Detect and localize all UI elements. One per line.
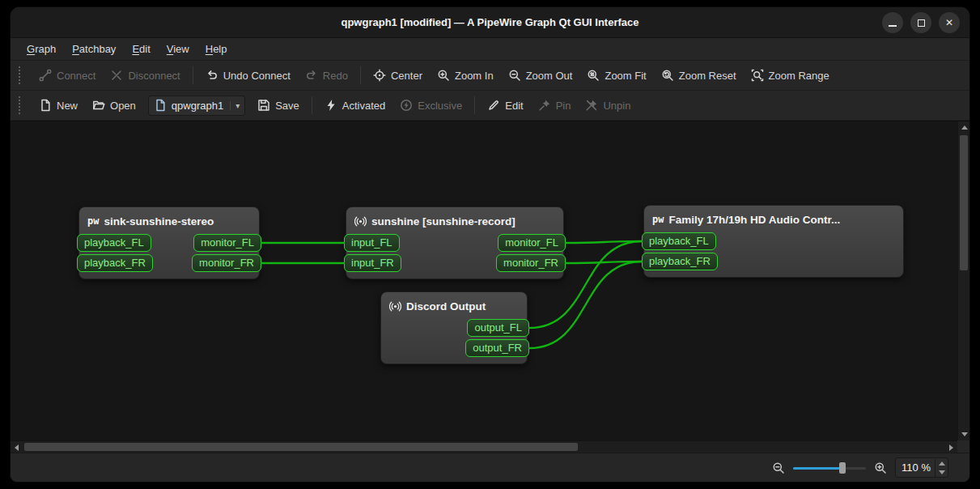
zoom-in-mini-icon[interactable] [874,461,887,474]
port-monitor_FL[interactable]: monitor_FL [498,234,566,252]
toolbar-handle[interactable] [19,66,25,84]
triangle-down-icon [939,470,945,474]
window-controls: ✕ [882,12,960,33]
vertical-scrollbar[interactable] [957,121,969,440]
menu-item-edit[interactable]: Edit [124,40,158,58]
zoom-reset-icon [661,69,674,82]
center-button[interactable]: Center [366,65,430,86]
node-title: Family 17h/19h HD Audio Contr... [668,213,840,227]
window-title: qpwgraph1 [modified] — A PipeWire Graph … [11,7,969,38]
status-bar: 110 % [11,453,969,482]
pipewire-icon: pw [87,215,99,228]
triangle-right-icon [949,444,953,451]
new-button[interactable]: New [32,95,85,116]
zoom-slider-handle[interactable] [839,462,846,474]
zoom-out-button[interactable]: Zoom Out [501,65,580,86]
title-bar[interactable]: qpwgraph1 [modified] — A PipeWire Graph … [11,7,969,38]
scroll-left-arrow[interactable] [11,441,23,453]
scroll-right-arrow[interactable] [945,441,957,453]
vertical-scroll-handle[interactable] [960,135,968,270]
port-playback_FL[interactable]: playback_FL [77,234,151,252]
pin-button[interactable]: Pin [531,95,579,116]
pin-icon [538,99,551,112]
exclusive-button[interactable]: Exclusive [392,95,469,116]
node-header: pwsink-sunshine-stereo [79,207,259,234]
triangle-up-icon [939,461,945,466]
node-title: sunshine [sunshine-record] [371,215,515,228]
graph-node-discord-output[interactable]: Discord Outputoutput_FLoutput_FR [380,291,528,364]
record-icon [389,300,401,313]
graph-canvas-area: pwsink-sunshine-stereoplayback_FLplaybac… [11,121,969,453]
port-output_FL[interactable]: output_FL [467,319,529,337]
spin-down-button[interactable] [935,468,948,477]
maximize-icon [918,19,925,27]
zoom-slider[interactable] [793,461,866,474]
port-output_FR[interactable]: output_FR [465,339,529,357]
close-icon: ✕ [945,18,953,28]
minimize-button[interactable] [882,12,903,33]
graph-node-sink-sunshine-stereo[interactable]: pwsink-sunshine-stereoplayback_FLplaybac… [78,206,260,279]
zoom-out-icon [508,69,521,82]
port-monitor_FR[interactable]: monitor_FR [192,254,261,272]
center-icon [373,69,386,82]
unpin-button[interactable]: Unpin [578,95,638,116]
triangle-down-icon [961,432,968,436]
port-playback_FR[interactable]: playback_FR [77,254,153,272]
record-icon [354,215,367,227]
menu-item-graph[interactable]: Graph [19,40,64,58]
zoom-out-mini-icon[interactable] [772,461,785,474]
zoom-fit-button[interactable]: Zoom Fit [579,65,653,86]
node-layer: pwsink-sunshine-stereoplayback_FLplaybac… [11,121,957,440]
disconnect-button[interactable]: Disconnect [103,65,187,86]
menu-item-view[interactable]: View [159,40,197,58]
scroll-up-arrow[interactable] [958,121,970,134]
vertical-scroll-track[interactable] [958,134,969,428]
spin-up-button[interactable] [935,459,948,468]
graph-node-sunshine[interactable]: sunshine [sunshine-record]input_FLinput_… [346,206,564,279]
undo-connect-button[interactable]: Undo Connect [198,65,298,86]
edit-button[interactable]: Edit [480,95,530,116]
port-monitor_FL[interactable]: monitor_FL [193,234,261,252]
menu-item-patchbay[interactable]: Patchbay [64,40,124,58]
menu-item-help[interactable]: Help [197,40,235,58]
horizontal-scroll-track[interactable] [23,441,945,453]
toolbar-graph: ConnectDisconnectUndo ConnectRedoCenterZ… [11,61,969,91]
menubar: GraphPatchbayEditViewHelp [11,38,969,61]
save-button[interactable]: Save [250,95,307,116]
scroll-down-arrow[interactable] [958,428,970,440]
zoom-reset-button[interactable]: Zoom Reset [654,65,744,86]
toolbar-separator [360,66,361,84]
zoom-range-button[interactable]: Zoom Range [744,65,837,86]
chevron-down-icon: ▾ [230,101,240,110]
zoom-spinbox[interactable]: 110 % [895,457,948,478]
zoom-value: 110 % [896,461,935,474]
zoom-slider-fill [793,467,842,470]
open-button[interactable]: Open [85,95,143,116]
maximize-button[interactable] [910,12,931,33]
port-playback_FL[interactable]: playback_FL [642,232,716,250]
redo-button[interactable]: Redo [298,65,355,86]
port-input_FR[interactable]: input_FR [344,254,401,272]
node-header: sunshine [sunshine-record] [346,207,563,234]
graph-viewport[interactable]: pwsink-sunshine-stereoplayback_FLplaybac… [11,121,957,440]
unpin-icon [585,99,598,112]
triangle-left-icon [15,444,19,451]
port-input_FL[interactable]: input_FL [344,234,400,252]
toolbar-handle[interactable] [19,96,25,114]
close-button[interactable]: ✕ [939,12,960,33]
toolbar-patchbay: NewOpenqpwgraph1▾SaveActivatedExclusiveE… [11,91,969,121]
port-playback_FR[interactable]: playback_FR [642,253,718,270]
app-window: qpwgraph1 [modified] — A PipeWire Graph … [10,6,970,483]
graph-node-family-audio[interactable]: pwFamily 17h/19h HD Audio Contr...playba… [643,205,904,278]
zoom-in-button[interactable]: Zoom In [430,65,501,86]
disconnect-icon [110,69,123,82]
port-monitor_FR[interactable]: monitor_FR [496,254,566,272]
connect-button[interactable]: Connect [32,65,103,86]
horizontal-scroll-handle[interactable] [24,443,578,451]
redo-icon [305,69,318,82]
file-icon [154,99,167,112]
zoom-range-icon [751,69,764,82]
patchbay-file-combo[interactable]: qpwgraph1▾ [148,96,245,116]
activated-button[interactable]: Activated [317,95,392,116]
horizontal-scrollbar[interactable] [11,440,957,453]
